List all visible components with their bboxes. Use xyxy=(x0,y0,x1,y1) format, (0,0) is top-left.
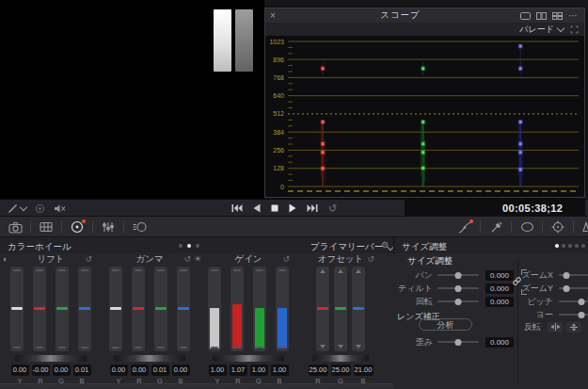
play-button[interactable] xyxy=(289,203,296,213)
grab-still-icon[interactable] xyxy=(35,203,45,214)
offset-g-slider[interactable] xyxy=(334,267,347,351)
power-window-button[interactable] xyxy=(515,217,539,237)
lift-section-icon[interactable]: ◐ xyxy=(3,254,8,264)
tilt-slider[interactable] xyxy=(437,287,479,289)
camera-raw-button[interactable] xyxy=(3,217,27,237)
yaw-slider[interactable] xyxy=(559,314,588,316)
lift-y-value[interactable]: 0.00 xyxy=(11,365,29,376)
offset-b-slider[interactable] xyxy=(352,267,365,351)
offset-r-slider[interactable] xyxy=(316,267,329,351)
loop-playback-icon[interactable]: ↺ xyxy=(328,203,337,214)
last-frame-button[interactable] xyxy=(307,203,318,213)
lift-g-slider[interactable] xyxy=(56,267,69,351)
svg-text:128: 128 xyxy=(273,165,284,171)
gamma-g-value[interactable]: 0.01 xyxy=(151,365,169,376)
gear-icon[interactable]: ⚙ xyxy=(381,240,389,250)
offset-r-value[interactable]: 25.00 xyxy=(309,365,328,376)
single-pane-icon[interactable] xyxy=(520,12,531,20)
more-options-icon[interactable]: ⋯ xyxy=(568,11,578,21)
gain-reset-icon[interactable]: ↺ xyxy=(279,254,290,264)
distortion-value[interactable]: 0.000 xyxy=(485,337,514,348)
lift-r-slider[interactable] xyxy=(33,267,46,351)
zoom-x-label: ズームX xyxy=(509,269,553,282)
zoom-y-slider[interactable] xyxy=(559,287,588,289)
dual-pane-icon[interactable] xyxy=(536,12,547,20)
pitch-label: ピッチ xyxy=(509,296,553,308)
sizing-page-dots[interactable] xyxy=(555,244,585,248)
tab-sizing[interactable]: サイズ調整 xyxy=(407,255,453,267)
gamma-b-value[interactable]: 0.00 xyxy=(172,365,190,376)
gamma-r-value[interactable]: 0.00 xyxy=(131,365,149,376)
lift-b-slider[interactable] xyxy=(78,267,91,351)
yaw-knob[interactable] xyxy=(578,312,584,318)
offset-reset-icon[interactable]: ↺ xyxy=(364,254,374,264)
pan-label: パン xyxy=(394,269,433,282)
distortion-slider[interactable] xyxy=(437,341,479,343)
zoom-x-slider[interactable] xyxy=(559,274,588,276)
rotate-knob[interactable] xyxy=(455,299,462,305)
lift-r-value[interactable]: -0.00 xyxy=(32,365,50,376)
gain-g-slider[interactable] xyxy=(253,267,266,351)
gain-r-slider[interactable] xyxy=(230,267,244,351)
tilt-row: ティルト0.000 xyxy=(394,282,520,295)
first-frame-button[interactable] xyxy=(231,203,243,213)
zoom-x-knob[interactable] xyxy=(564,272,570,279)
color-wheels-panel-title: カラーホイール xyxy=(8,241,72,253)
play-reverse-button[interactable] xyxy=(253,203,261,213)
flip-vertical-button[interactable] xyxy=(566,322,581,332)
analyze-button[interactable]: 分析 xyxy=(419,318,472,331)
svg-text:256: 256 xyxy=(273,147,284,154)
gain-section-icon[interactable]: ☀ xyxy=(194,254,201,264)
pan-slider[interactable] xyxy=(437,274,479,276)
tracker-button[interactable] xyxy=(546,217,570,237)
gain-r-value[interactable]: 1.07 xyxy=(230,365,247,376)
lift-reset-icon[interactable]: ↺ xyxy=(82,254,92,264)
zoom-y-knob[interactable] xyxy=(564,285,570,292)
offset-g-value[interactable]: 25.00 xyxy=(331,365,351,376)
flip-horizontal-icon xyxy=(550,323,561,331)
curves-button[interactable] xyxy=(453,217,477,237)
color-match-button[interactable] xyxy=(34,217,58,237)
gain-b-slider[interactable] xyxy=(276,267,289,351)
scope-mode-dropdown[interactable]: パレード xyxy=(519,24,564,36)
scope-settings-icon[interactable] xyxy=(570,25,579,34)
motion-effects-button[interactable] xyxy=(127,217,151,237)
pitch-slider[interactable] xyxy=(559,300,588,302)
gain-b-value[interactable]: 1.00 xyxy=(271,365,289,376)
lift-b-value[interactable]: 0.01 xyxy=(73,365,91,376)
gain-y-value[interactable]: 1.00 xyxy=(209,365,227,376)
rgb-mixer-button[interactable] xyxy=(96,217,120,237)
gain-g-value[interactable]: 1.00 xyxy=(250,365,268,376)
flip-label: 反転 xyxy=(509,321,541,333)
gain-y-slider[interactable] xyxy=(208,267,221,351)
flip-horizontal-button[interactable] xyxy=(548,322,563,332)
gamma-y-slider[interactable] xyxy=(109,267,122,351)
close-icon[interactable]: × xyxy=(265,8,280,23)
gamma-reset-icon[interactable]: ↺ xyxy=(181,254,191,264)
qualifier-button[interactable] xyxy=(484,217,508,237)
gamma-g-slider[interactable] xyxy=(154,267,167,351)
lift-g-value[interactable]: 0.00 xyxy=(53,365,71,376)
gamma-y-value[interactable]: 0.00 xyxy=(110,365,128,376)
rotate-slider[interactable] xyxy=(437,300,479,302)
stop-button[interactable] xyxy=(271,203,278,213)
color-match-icon xyxy=(40,221,53,233)
mute-speaker-icon[interactable] xyxy=(54,203,66,214)
quad-pane-icon[interactable] xyxy=(552,12,563,20)
blur-icon xyxy=(582,221,588,233)
blur-button[interactable] xyxy=(577,217,588,237)
tilt-knob[interactable] xyxy=(455,285,462,292)
distortion-knob[interactable] xyxy=(455,339,462,346)
wheels-page-dots[interactable] xyxy=(179,244,199,248)
sizing-panel: サイズ調整 パン0.000ティルト0.000回転0.000 レンズ補正 分析 歪… xyxy=(394,253,588,389)
offset-b-value[interactable]: 21.00 xyxy=(354,365,373,376)
svg-text:0: 0 xyxy=(280,184,284,190)
gamma-r-slider[interactable] xyxy=(132,267,145,351)
color-wheels-button[interactable] xyxy=(65,217,89,237)
pan-knob[interactable] xyxy=(455,272,462,279)
pitch-knob[interactable] xyxy=(578,299,584,305)
lift-y-slider[interactable] xyxy=(10,267,24,351)
wipe-tool-button[interactable] xyxy=(8,203,26,214)
gamma-b-slider[interactable] xyxy=(177,267,190,351)
offset-g-indicator xyxy=(335,307,346,310)
